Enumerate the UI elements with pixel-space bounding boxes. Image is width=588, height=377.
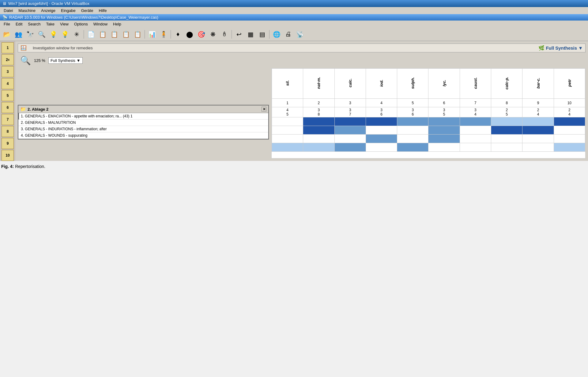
vm-menu-geraete[interactable]: Geräte — [79, 8, 96, 13]
toolbar-file4-btn[interactable]: 📋 — [132, 29, 143, 40]
toolbar-person-btn[interactable]: 🧍 — [158, 29, 169, 40]
toolbar-flame-btn[interactable]: 🕯 — [219, 29, 230, 40]
toolbar-zoom-btn[interactable]: 🔍 — [36, 29, 47, 40]
sub-toolbar: 🔍 125 % Full Synthesis ▼ — [18, 54, 586, 67]
toolbar-open-btn[interactable]: 📂 — [1, 29, 12, 40]
toolbar-globe-btn[interactable]: 🌐 — [271, 29, 282, 40]
grid-cell-2-1 — [272, 126, 303, 135]
toolbar-sep-4 — [232, 30, 232, 39]
grid-header-iod: iod. — [366, 69, 397, 99]
toolbar-sep-3 — [171, 30, 171, 39]
grid-cell-1-3 — [334, 117, 366, 126]
title-bar-icon: 🖥 — [2, 1, 6, 6]
tab-5[interactable]: 5 — [2, 90, 14, 101]
toolbar-shapes-btn[interactable]: ❋ — [207, 29, 218, 40]
menu-window[interactable]: Window — [91, 21, 110, 27]
toolbar-diamond-btn[interactable]: ♦ — [172, 29, 183, 40]
ablage-row-3-label: 3. GENERALS - INDURATIONS - inflammation… — [21, 127, 266, 131]
title-bar-text: Win7 [wird ausgeführt] - Oracle VM Virtu… — [8, 1, 89, 6]
score-top-6: 3 5 — [428, 107, 460, 117]
tab-9[interactable]: 9 — [2, 138, 14, 149]
ablage-row-4-label: 4. GENERALS - WOUNDS - suppurating — [21, 133, 266, 138]
grid-score-row: 4 5 3 8 3 7 3 — [272, 107, 585, 117]
inner-menu-bar: File Edit Search Take View Options Windo… — [0, 21, 588, 28]
synthesis-dropdown[interactable]: Full Synthesis ▼ — [48, 57, 83, 64]
grid-cell-3-7 — [460, 135, 491, 143]
tab-8[interactable]: 8 — [2, 126, 14, 137]
grid-cell-2-9 — [522, 126, 554, 135]
vm-menu-datei[interactable]: Datei — [1, 8, 15, 13]
ablage-close-button[interactable]: ✕ — [262, 107, 266, 112]
grid-data-row-2 — [272, 126, 585, 135]
toolbar-bulb-btn[interactable]: 💡 — [48, 29, 59, 40]
tab-1[interactable]: 1 — [2, 42, 14, 53]
score-top-3: 3 7 — [334, 107, 366, 117]
menu-edit[interactable]: Edit — [13, 21, 25, 27]
toolbar-chart-btn[interactable]: 📊 — [146, 29, 157, 40]
zoom-label: 125 % — [34, 58, 45, 63]
rank-6: 6 — [428, 99, 460, 107]
toolbar-file3-btn[interactable]: 📋 — [120, 29, 131, 40]
toolbar-grid-btn[interactable]: ▦ — [245, 29, 256, 40]
menu-search[interactable]: Search — [25, 21, 43, 27]
toolbar-back-btn[interactable]: ↩ — [233, 29, 244, 40]
menu-options[interactable]: Options — [72, 21, 90, 27]
grid-cell-1-8 — [491, 117, 522, 126]
main-area: 1 24 3 4 5 6 7 8 9 10 🪟 Investigation wi… — [0, 41, 588, 161]
full-synthesis-icon: 🌿 — [538, 45, 545, 51]
score-top-7: 3 4 — [460, 107, 491, 117]
menu-view[interactable]: View — [58, 21, 71, 27]
tab-2[interactable]: 24 — [2, 54, 14, 65]
toolbar-new-btn[interactable]: 📄 — [85, 29, 96, 40]
vm-menu-eingabe[interactable]: Eingabe — [58, 8, 78, 13]
grid-cell-4-1 — [272, 143, 303, 152]
toolbar-list-btn[interactable]: ▤ — [257, 29, 268, 40]
toolbar-search-btn[interactable]: 👥 — [13, 29, 24, 40]
full-synthesis-button[interactable]: 🌿 Full Synthesis ▼ — [538, 45, 583, 51]
tab-4[interactable]: 4 — [2, 78, 14, 89]
grid-cell-1-2 — [303, 117, 334, 126]
tab-7[interactable]: 7 — [2, 114, 14, 125]
toolbar-star-btn[interactable]: ✳ — [71, 29, 82, 40]
toolbar-print-btn[interactable]: 🖨 — [283, 29, 294, 40]
tab-3[interactable]: 3 — [2, 66, 14, 77]
grid-data-row-1 — [272, 117, 585, 126]
grid-cell-1-7 — [460, 117, 491, 126]
grid-cell-4-8 — [491, 143, 522, 152]
vm-menu-maschine[interactable]: Maschine — [16, 8, 38, 13]
tab-6[interactable]: 6 — [2, 102, 14, 113]
toolbar-extra-btn[interactable]: 📡 — [294, 29, 305, 40]
grid-cell-2-10 — [554, 126, 585, 135]
two-panel: 📁 2. Ablage 2 ✕ 1. GENERALS - EMACIATION… — [18, 68, 586, 158]
grid-cell-1-6 — [428, 117, 460, 126]
inner-title-icon: 📡 — [2, 15, 7, 20]
grid-cell-3-6 — [428, 135, 460, 143]
tab-10[interactable]: 10 — [2, 150, 14, 161]
vm-menu-hilfe[interactable]: Hilfe — [96, 8, 109, 13]
grid-cell-3-4 — [366, 135, 397, 143]
inv-title: Investigation window for remedies — [33, 46, 93, 50]
rank-9: 9 — [522, 99, 554, 107]
toolbar-file1-btn[interactable]: 📋 — [97, 29, 108, 40]
content-panel: 🪟 Investigation window for remedies 🌿 Fu… — [15, 41, 588, 161]
grid-cell-4-7 — [460, 143, 491, 152]
toolbar-target-btn[interactable]: 🎯 — [196, 29, 207, 40]
rank-7: 7 — [460, 99, 491, 107]
toolbar-bulb2-btn[interactable]: 💡 — [59, 29, 70, 40]
score-top-5: 3 6 — [397, 107, 428, 117]
magnifier-icon[interactable]: 🔍 — [20, 55, 31, 66]
grid-cell-1-10 — [554, 117, 585, 126]
grid-header-petr: petr — [554, 69, 585, 99]
grid-cell-3-3 — [334, 135, 366, 143]
score-top-1: 4 5 — [272, 107, 303, 117]
vm-menu-anzeige[interactable]: Anzeige — [39, 8, 58, 13]
ablage-row-1-label: 1. GENERALS - EMACIATION - appetite with… — [21, 114, 266, 118]
menu-take[interactable]: Take — [44, 21, 57, 27]
menu-file[interactable]: File — [1, 21, 13, 27]
toolbar-binoculars-btn[interactable]: 🔭 — [24, 29, 36, 40]
grid-cell-4-4 — [366, 143, 397, 152]
score-top-4: 3 6 — [366, 107, 397, 117]
toolbar-circle-btn[interactable]: ⬤ — [184, 29, 195, 40]
toolbar-file2-btn[interactable]: 📋 — [109, 29, 120, 40]
menu-help[interactable]: Help — [111, 21, 124, 27]
